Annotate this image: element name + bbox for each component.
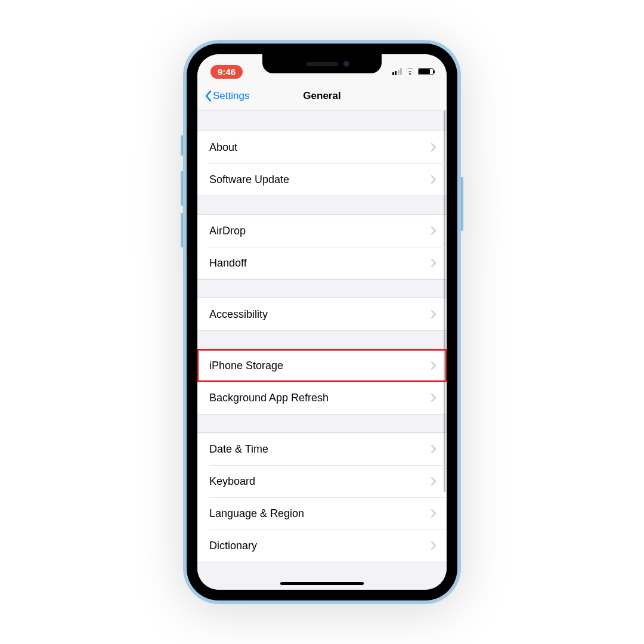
settings-row-label: Handoff <box>209 257 247 270</box>
back-button[interactable]: Settings <box>205 90 249 102</box>
settings-row[interactable]: Accessibility <box>197 298 447 330</box>
wifi-icon <box>405 68 415 75</box>
settings-row[interactable]: Language & Region <box>197 497 447 530</box>
navigation-bar: Settings General <box>197 82 447 110</box>
settings-group: iPhone StorageBackground App Refresh <box>197 349 447 414</box>
chevron-right-icon <box>431 477 436 485</box>
notch <box>262 54 382 73</box>
settings-row[interactable]: Software Update <box>197 163 447 196</box>
settings-row[interactable]: Date & Time <box>197 433 447 465</box>
settings-row-label: Language & Region <box>209 507 304 520</box>
phone-bezel: 9:46 <box>187 44 457 600</box>
chevron-right-icon <box>431 310 436 318</box>
chevron-right-icon <box>431 143 436 151</box>
chevron-right-icon <box>431 509 436 518</box>
settings-row-label: iPhone Storage <box>209 360 283 372</box>
settings-row[interactable]: AirDrop <box>197 215 447 247</box>
volume-up-button <box>181 171 183 206</box>
chevron-right-icon <box>431 541 436 550</box>
settings-row-label: Dictionary <box>209 540 257 552</box>
settings-row[interactable]: iPhone Storage <box>197 349 447 382</box>
volume-down-button <box>181 213 183 247</box>
back-button-label: Settings <box>213 90 249 102</box>
page-title: General <box>303 90 340 102</box>
settings-row[interactable]: Dictionary <box>197 530 447 562</box>
battery-icon <box>418 68 434 75</box>
settings-row-label: AirDrop <box>209 225 246 237</box>
settings-row-label: Date & Time <box>209 443 268 456</box>
speaker-grille <box>306 62 338 66</box>
settings-row-label: Accessibility <box>209 308 268 321</box>
settings-group: AboutSoftware Update <box>197 131 447 196</box>
settings-row-label: Software Update <box>209 174 289 186</box>
mute-switch <box>181 135 183 156</box>
settings-row-label: About <box>209 141 237 154</box>
settings-group: AirDropHandoff <box>197 214 447 280</box>
cellular-signal-icon <box>392 68 402 75</box>
phone-frame: 9:46 <box>183 40 461 604</box>
side-power-button <box>461 177 463 231</box>
home-indicator[interactable] <box>280 582 364 585</box>
chevron-right-icon <box>431 445 436 453</box>
chevron-right-icon <box>431 259 436 267</box>
settings-row[interactable]: Background App Refresh <box>197 382 447 414</box>
chevron-right-icon <box>431 361 436 370</box>
settings-row-label: Background App Refresh <box>209 392 329 404</box>
settings-row[interactable]: About <box>197 131 447 163</box>
screen: 9:46 <box>197 54 447 590</box>
front-camera <box>343 61 349 67</box>
chevron-right-icon <box>431 175 436 184</box>
status-time-recording[interactable]: 9:46 <box>210 65 243 79</box>
settings-row[interactable]: Handoff <box>197 247 447 279</box>
chevron-right-icon <box>431 227 436 235</box>
settings-group: Accessibility <box>197 298 447 331</box>
status-icons <box>392 68 434 75</box>
chevron-left-icon <box>205 90 212 102</box>
chevron-right-icon <box>431 394 436 402</box>
settings-row-label: Keyboard <box>209 475 255 488</box>
settings-group: Date & TimeKeyboardLanguage & RegionDict… <box>197 432 447 562</box>
settings-content[interactable]: AboutSoftware Update AirDropHandoff Acce… <box>197 110 447 590</box>
settings-row[interactable]: Keyboard <box>197 465 447 497</box>
